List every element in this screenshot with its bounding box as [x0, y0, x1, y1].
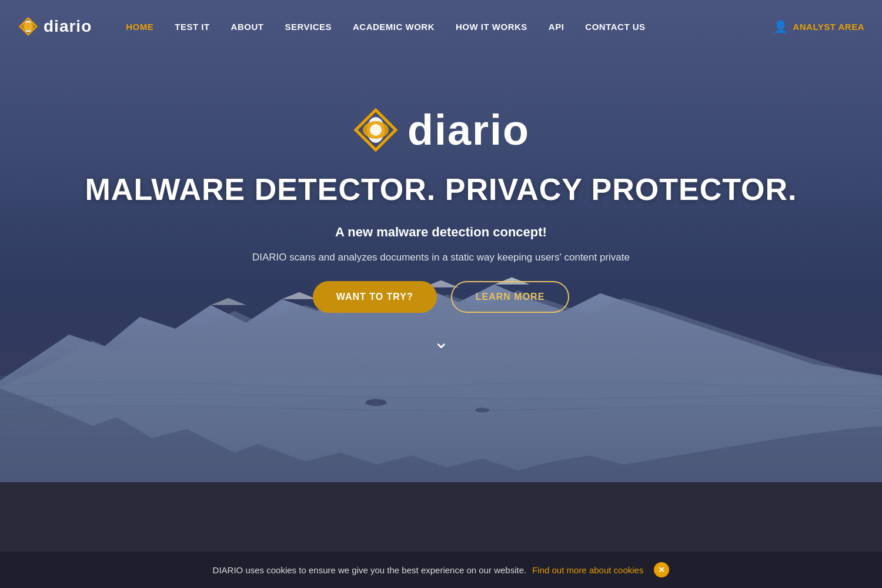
nav-links: HOME TEST IT ABOUT SERVICES ACADEMIC WOR… [115, 0, 773, 53]
hero-logo: diario [352, 106, 530, 154]
cookie-learn-more-link[interactable]: Find out more about cookies [532, 565, 643, 575]
logo-icon [18, 16, 39, 37]
analyst-area-label: ANALYST AREA [793, 22, 864, 32]
svg-point-2 [22, 22, 34, 31]
nav-right: 👤 ANALYST AREA [773, 19, 864, 34]
nav-test-it[interactable]: TEST IT [164, 0, 220, 53]
nav-how-it-works[interactable]: HOW IT WORKS [445, 0, 538, 53]
hero-section: diario MALWARE DETECTOR. PRIVACY PROTECT… [0, 0, 882, 482]
nav-home[interactable]: HOME [115, 0, 164, 53]
learn-more-button[interactable]: LEARN MORE [451, 281, 570, 313]
logo-text: diario [44, 17, 92, 36]
logo-link[interactable]: diario [18, 16, 92, 37]
cookie-bar: DIARIO uses cookies to ensure we give yo… [0, 552, 882, 588]
hero-logo-text: diario [407, 106, 530, 154]
nav-academic-work[interactable]: ACADEMIC WORK [342, 0, 445, 53]
nav-about[interactable]: ABOUT [220, 0, 275, 53]
analyst-area-link[interactable]: 👤 ANALYST AREA [773, 19, 864, 34]
hero-content: diario MALWARE DETECTOR. PRIVACY PROTECT… [85, 106, 797, 353]
scroll-down-chevron[interactable]: ⌄ [433, 330, 449, 353]
nav-api[interactable]: API [538, 0, 575, 53]
want-to-try-button[interactable]: WANT TO TRY? [313, 281, 437, 313]
svg-point-5 [475, 407, 489, 412]
hero-description: DIARIO scans and analyzes documents in a… [252, 252, 630, 263]
hero-buttons: WANT TO TRY? LEARN MORE [313, 281, 570, 313]
nav-contact-us[interactable]: CONTACT US [574, 0, 656, 53]
cookie-text: DIARIO uses cookies to ensure we give yo… [213, 565, 527, 575]
hero-headline: MALWARE DETECTOR. PRIVACY PROTECTOR. [85, 172, 797, 207]
nav-services[interactable]: SERVICES [274, 0, 342, 53]
hero-logo-icon [352, 106, 399, 153]
navbar: diario HOME TEST IT ABOUT SERVICES ACADE… [0, 0, 882, 53]
analyst-icon: 👤 [773, 19, 789, 34]
hero-subheadline: A new malware detection concept! [335, 225, 547, 240]
svg-point-9 [370, 124, 382, 136]
svg-point-4 [365, 399, 386, 406]
cookie-close-button[interactable]: ✕ [654, 562, 669, 577]
